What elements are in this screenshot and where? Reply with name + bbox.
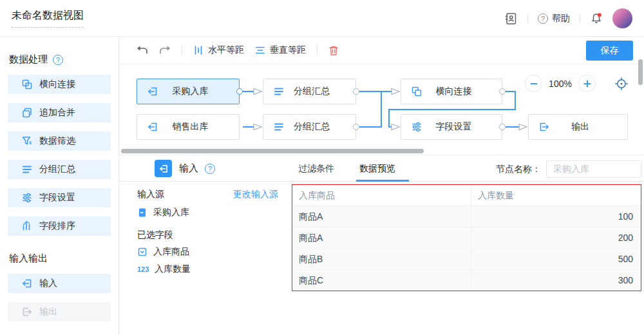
top-header: 未命名数据视图 帮助 <box>0 0 644 37</box>
data-filter-icon <box>21 135 33 147</box>
active-tab-indicator <box>356 180 409 182</box>
input-icon <box>21 278 33 289</box>
annotation-highlight-box: 入库商品 入库数量 商品A 100 商品A 200 商品B 500 商品C <box>292 184 641 291</box>
table-cell: 商品B <box>292 249 471 269</box>
input-source-label: 输入源 <box>137 189 164 200</box>
redo-button[interactable] <box>159 45 171 55</box>
notification-bell-icon[interactable] <box>590 12 603 25</box>
table-row: 商品C 300 <box>292 270 641 291</box>
output-port[interactable] <box>236 88 243 95</box>
table-cell: 500 <box>471 249 641 269</box>
zoom-in-button[interactable] <box>578 75 596 92</box>
section-title-data-processing: 数据处理 <box>9 53 109 66</box>
input-node-badge <box>155 160 172 177</box>
sidebar-item-field-sort[interactable]: 字段排序 <box>8 216 111 236</box>
section-title-input-output: 输入输出 <box>9 253 109 265</box>
help-button[interactable]: 帮助 <box>538 13 570 24</box>
sidebar-item-label: 输出 <box>39 306 57 318</box>
node-label: 输出 <box>550 121 627 133</box>
help-icon <box>538 14 548 24</box>
table-cell: 100 <box>471 206 641 227</box>
output-port[interactable] <box>353 124 359 130</box>
crosshair-icon <box>614 76 629 91</box>
zoom-out-button[interactable] <box>525 75 542 92</box>
node-label: 字段设置 <box>422 121 502 133</box>
field-name: 入库商品 <box>153 246 189 258</box>
section-help-icon[interactable] <box>53 55 63 65</box>
tab-data-preview[interactable]: 数据预览 <box>359 155 395 182</box>
panel-help-icon[interactable] <box>205 164 215 174</box>
input-source-name: 采购入库 <box>153 207 189 218</box>
vertical-equal-spacing-button[interactable]: 垂直等距 <box>255 44 306 56</box>
node-label: 分组汇总 <box>285 121 355 133</box>
horizontal-equal-spacing-label: 水平等距 <box>208 44 244 56</box>
selected-fields-label: 已选字段 <box>137 229 173 241</box>
table-row: 商品A 200 <box>292 227 641 249</box>
output-port[interactable] <box>499 88 506 95</box>
address-book-icon[interactable] <box>504 12 518 26</box>
table-header-row: 入库商品 入库数量 <box>292 185 641 206</box>
canvas-toolbar: 水平等距 垂直等距 保存 <box>119 37 644 64</box>
node-sales-outbound[interactable]: 销售出库 <box>137 114 240 140</box>
node-name-label: 节点名称： <box>496 164 541 175</box>
undo-button[interactable] <box>137 45 148 55</box>
output-port[interactable] <box>353 88 359 95</box>
delete-node-button[interactable] <box>328 45 339 56</box>
output-port[interactable] <box>499 124 506 130</box>
node-field-settings[interactable]: 字段设置 <box>401 114 502 140</box>
field-item: 123 入库数量 <box>137 263 191 275</box>
zoom-level: 100% <box>542 79 578 89</box>
number-field-icon: 123 <box>137 265 149 273</box>
input-source-row: 输入源 更改输入源 <box>137 189 278 200</box>
node-name-input[interactable] <box>546 160 641 178</box>
sidebar-item-append-merge[interactable]: 追加合并 <box>8 103 111 122</box>
save-button[interactable]: 保存 <box>586 41 633 61</box>
output-icon <box>21 306 33 318</box>
sidebar-item-label: 字段设置 <box>39 192 75 204</box>
column-header: 入库数量 <box>471 185 641 206</box>
table-row: 商品B 500 <box>292 249 641 270</box>
input-source-item: 采购入库 <box>137 207 189 218</box>
locate-center-button[interactable] <box>614 76 629 91</box>
table-cell: 300 <box>471 270 641 291</box>
vertical-scrollbar[interactable] <box>638 59 643 85</box>
field-settings-icon <box>21 192 33 204</box>
select-field-icon <box>137 247 147 257</box>
node-label: 销售出库 <box>158 121 239 133</box>
flow-canvas[interactable]: 水平等距 垂直等距 保存 <box>119 37 644 155</box>
sidebar-item-input[interactable]: 输入 <box>8 274 111 293</box>
avatar[interactable] <box>612 8 632 28</box>
field-sort-icon <box>21 220 33 232</box>
sidebar-item-output[interactable]: 输出 <box>8 302 111 321</box>
horizontal-scrollbar[interactable] <box>121 149 424 153</box>
table-cell: 商品A <box>292 227 471 248</box>
node-group-summary-1[interactable]: 分组汇总 <box>263 79 356 104</box>
divider <box>580 14 580 24</box>
data-preview-table: 入库商品 入库数量 商品A 100 商品A 200 商品B 500 商品C <box>292 185 641 291</box>
table-cell: 商品A <box>292 206 471 227</box>
field-settings-icon <box>411 121 422 133</box>
node-join-horizontal[interactable]: 横向连接 <box>401 79 502 104</box>
sidebar-item-data-filter[interactable]: 数据筛选 <box>8 131 111 151</box>
horizontal-equal-spacing-button[interactable]: 水平等距 <box>193 44 244 56</box>
table-row: 商品A 100 <box>292 206 641 227</box>
sidebar-item-label: 字段排序 <box>39 220 75 232</box>
node-output[interactable]: 输出 <box>528 114 628 140</box>
sidebar-item-label: 追加合并 <box>39 107 75 119</box>
sidebar-item-label: 分组汇总 <box>39 164 75 175</box>
change-input-source-link[interactable]: 更改输入源 <box>233 189 278 200</box>
tab-filter-conditions[interactable]: 过滤条件 <box>298 155 334 182</box>
page-title[interactable]: 未命名数据视图 <box>12 9 84 28</box>
node-label: 采购入库 <box>158 86 239 97</box>
sidebar-item-label: 数据筛选 <box>39 135 75 147</box>
topbar-actions: 帮助 <box>504 0 632 37</box>
node-label: 分组汇总 <box>285 86 355 97</box>
node-group-summary-2[interactable]: 分组汇总 <box>263 114 356 140</box>
sidebar-item-join-horizontal[interactable]: 横向连接 <box>8 75 111 94</box>
node-purchase-inbound[interactable]: 采购入库 <box>137 79 240 104</box>
horizontal-spacing-icon <box>193 45 204 55</box>
table-cell: 200 <box>471 227 641 248</box>
sidebar-item-label: 横向连接 <box>39 79 75 90</box>
sidebar-item-group-summary[interactable]: 分组汇总 <box>8 160 111 179</box>
sidebar-item-field-settings[interactable]: 字段设置 <box>8 188 111 207</box>
